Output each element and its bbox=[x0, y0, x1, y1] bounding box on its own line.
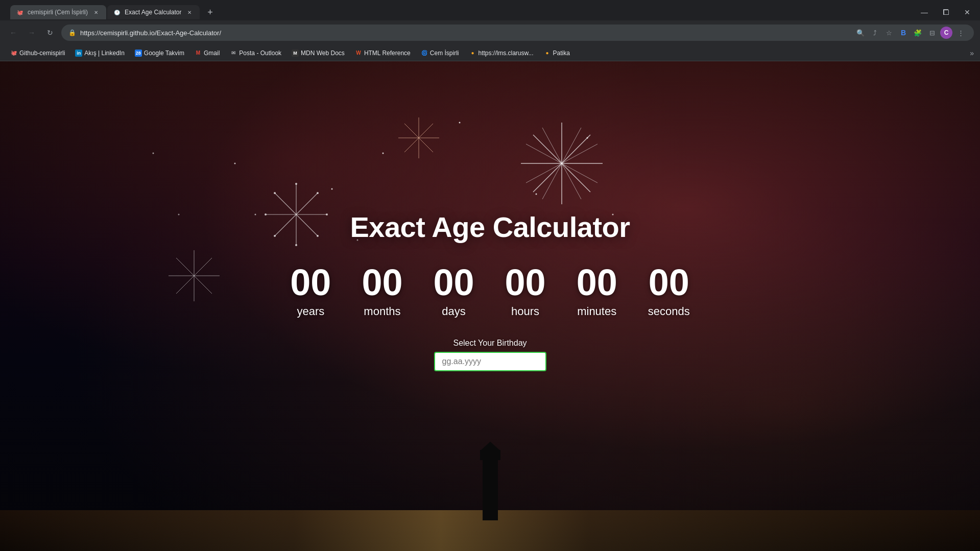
bookmark-star-icon[interactable]: ☆ bbox=[883, 27, 895, 39]
days-label: days bbox=[442, 305, 465, 318]
browser-chrome: 🐙 cemispirli (Cem İspirli) ✕ 🕐 Exact Age… bbox=[0, 0, 980, 61]
bookmark-github[interactable]: 🐙 Github-cemispirli bbox=[6, 49, 69, 58]
app-content: Exact Age Calculator 00 years 00 months … bbox=[0, 61, 980, 551]
search-icon[interactable]: 🔍 bbox=[854, 27, 867, 39]
months-value: 00 bbox=[362, 264, 402, 301]
bookmark-mdn-icon: M bbox=[292, 50, 299, 57]
lock-icon: 🔒 bbox=[68, 29, 76, 36]
months-label: months bbox=[364, 305, 400, 318]
forward-button[interactable]: → bbox=[25, 26, 39, 40]
bookmark-google-cal[interactable]: 28 Google Takvim bbox=[131, 49, 188, 58]
profile-avatar[interactable]: C bbox=[940, 27, 952, 39]
counter-hours: 00 hours bbox=[505, 264, 546, 318]
seconds-label: seconds bbox=[648, 305, 690, 318]
tab-calculator-favicon: 🕐 bbox=[113, 9, 121, 16]
minimize-button[interactable]: — bbox=[918, 6, 931, 19]
bookmark-linkedin-icon: in bbox=[75, 50, 82, 57]
extensions-b-icon[interactable]: B bbox=[897, 27, 910, 39]
bookmark-patika-label: Patika bbox=[553, 50, 570, 57]
tab-github-favicon: 🐙 bbox=[16, 9, 23, 16]
bookmark-cem-icon: 🌀 bbox=[421, 50, 428, 57]
refresh-button[interactable]: ↻ bbox=[43, 26, 57, 40]
share-icon[interactable]: ⤴ bbox=[869, 27, 881, 39]
bookmark-cem[interactable]: 🌀 Cem İspirli bbox=[417, 49, 463, 58]
window-controls: — ⧠ ✕ bbox=[918, 6, 974, 19]
birthday-input[interactable] bbox=[434, 352, 546, 371]
minutes-label: minutes bbox=[577, 305, 616, 318]
page-content: Exact Age Calculator 00 years 00 months … bbox=[0, 61, 980, 551]
bookmark-lms-icon: ● bbox=[469, 50, 476, 57]
birthday-section: Select Your Birthday bbox=[434, 339, 546, 371]
counter-seconds: 00 seconds bbox=[648, 264, 690, 318]
bookmark-linkedin[interactable]: in Akış | LinkedIn bbox=[71, 49, 129, 58]
tab-github-title: cemispirli (Cem İspirli) bbox=[28, 9, 88, 16]
bookmark-gmail-label: Gmail bbox=[204, 50, 220, 57]
bookmark-html-ref[interactable]: W HTML Reference bbox=[351, 49, 415, 58]
seconds-value: 00 bbox=[649, 264, 689, 301]
bookmark-github-icon: 🐙 bbox=[10, 50, 17, 57]
bookmark-google-cal-icon: 28 bbox=[135, 50, 142, 57]
bookmark-mdn[interactable]: M MDN Web Docs bbox=[288, 49, 349, 58]
tab-calculator-close[interactable]: ✕ bbox=[185, 8, 194, 16]
counter-days: 00 days bbox=[433, 264, 474, 318]
nav-bar: ← → ↻ 🔒 https://cemispirli.github.io/Exa… bbox=[0, 20, 980, 45]
years-label: years bbox=[297, 305, 324, 318]
more-menu-icon[interactable]: ⋮ bbox=[954, 27, 967, 39]
sidebar-icon[interactable]: ⊟ bbox=[926, 27, 938, 39]
counter-minutes: 00 minutes bbox=[577, 264, 617, 318]
maximize-button[interactable]: ⧠ bbox=[939, 6, 952, 19]
bookmark-lms[interactable]: ● https://lms.clarusw... bbox=[465, 49, 537, 58]
bookmark-github-label: Github-cemispirli bbox=[19, 50, 65, 57]
tab-github[interactable]: 🐙 cemispirli (Cem İspirli) ✕ bbox=[10, 5, 106, 19]
birthday-label: Select Your Birthday bbox=[453, 339, 527, 348]
bookmark-html-ref-icon: W bbox=[355, 50, 362, 57]
bookmark-cem-label: Cem İspirli bbox=[430, 50, 459, 57]
minutes-value: 00 bbox=[577, 264, 617, 301]
new-tab-button[interactable]: + bbox=[203, 5, 217, 19]
address-icons: 🔍 ⤴ ☆ B 🧩 ⊟ C ⋮ bbox=[854, 27, 967, 39]
tab-calculator[interactable]: 🕐 Exact Age Calculator ✕ bbox=[107, 5, 200, 19]
address-bar[interactable]: 🔒 https://cemispirli.github.io/Exact-Age… bbox=[61, 25, 974, 41]
bookmark-gmail-icon: M bbox=[195, 50, 202, 57]
bookmark-outlook[interactable]: ✉ Posta - Outlook bbox=[226, 49, 285, 58]
bookmark-google-cal-label: Google Takvim bbox=[144, 50, 184, 57]
days-value: 00 bbox=[433, 264, 474, 301]
bookmark-outlook-label: Posta - Outlook bbox=[239, 50, 281, 57]
bookmark-patika[interactable]: ● Patika bbox=[540, 49, 574, 58]
bookmark-gmail[interactable]: M Gmail bbox=[190, 49, 224, 58]
counters-row: 00 years 00 months 00 days 00 hours 00 m… bbox=[290, 264, 689, 318]
tab-calculator-title: Exact Age Calculator bbox=[125, 9, 181, 16]
tab-bar: 🐙 cemispirli (Cem İspirli) ✕ 🕐 Exact Age… bbox=[6, 5, 221, 19]
bookmarks-more-button[interactable]: » bbox=[970, 49, 974, 57]
address-url: https://cemispirli.github.io/Exact-Age-C… bbox=[80, 29, 850, 37]
back-button[interactable]: ← bbox=[6, 26, 20, 40]
counter-months: 00 months bbox=[362, 264, 402, 318]
bookmark-outlook-icon: ✉ bbox=[230, 50, 237, 57]
tab-github-close[interactable]: ✕ bbox=[92, 8, 100, 16]
bookmark-patika-icon: ● bbox=[544, 50, 551, 57]
bookmark-lms-label: https://lms.clarusw... bbox=[478, 50, 533, 57]
app-title: Exact Age Calculator bbox=[350, 210, 630, 244]
bookmark-linkedin-label: Akış | LinkedIn bbox=[84, 50, 125, 57]
bookmark-mdn-label: MDN Web Docs bbox=[301, 50, 345, 57]
hours-label: hours bbox=[511, 305, 539, 318]
title-bar: 🐙 cemispirli (Cem İspirli) ✕ 🕐 Exact Age… bbox=[0, 0, 980, 20]
counter-years: 00 years bbox=[290, 264, 331, 318]
extensions-puzzle-icon[interactable]: 🧩 bbox=[912, 27, 924, 39]
bookmark-html-ref-label: HTML Reference bbox=[364, 50, 411, 57]
hours-value: 00 bbox=[505, 264, 546, 301]
close-button[interactable]: ✕ bbox=[961, 6, 974, 19]
bookmarks-bar: 🐙 Github-cemispirli in Akış | LinkedIn 2… bbox=[0, 45, 980, 61]
years-value: 00 bbox=[290, 264, 331, 301]
